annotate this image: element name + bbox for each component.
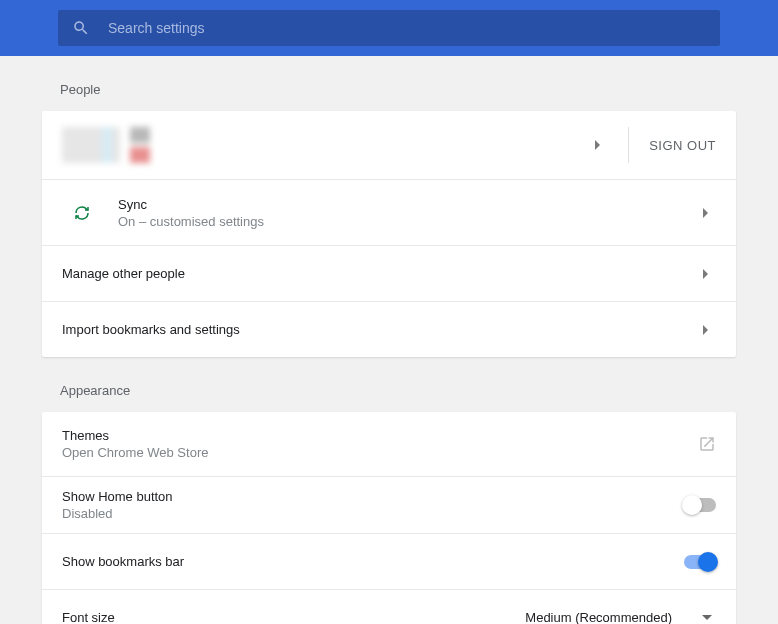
font-size-dropdown[interactable]: Medium (Recommended) [517,604,716,625]
chevron-right-icon [703,325,708,335]
search-input[interactable] [108,20,706,36]
profile-avatar-placeholder [62,127,150,163]
show-home-button-toggle[interactable] [684,498,716,512]
divider [628,127,629,163]
sign-out-button[interactable]: SIGN OUT [649,138,716,153]
appearance-section-header: Appearance [42,357,736,412]
show-bookmarks-bar-toggle[interactable] [684,555,716,569]
show-home-button-row: Show Home button Disabled [42,476,736,533]
search-settings-field[interactable] [58,10,720,46]
show-bookmarks-bar-row: Show bookmarks bar [42,533,736,589]
search-icon [72,19,90,37]
sync-row[interactable]: Sync On – customised settings [42,179,736,245]
appearance-card: Themes Open Chrome Web Store Show Home b… [42,412,736,624]
chevron-right-icon [703,269,708,279]
font-size-title: Font size [62,610,517,624]
manage-other-people-row[interactable]: Manage other people [42,245,736,301]
chevron-right-icon [595,140,600,150]
manage-other-people-label: Manage other people [62,266,695,281]
chevron-right-icon [703,208,708,218]
show-home-button-title: Show Home button [62,489,684,504]
header-bar [0,0,778,56]
themes-subtitle: Open Chrome Web Store [62,445,698,460]
profile-row[interactable]: SIGN OUT [42,111,736,179]
people-section-header: People [42,56,736,111]
people-card: SIGN OUT Sync On – customised settings M… [42,111,736,357]
sync-icon [73,204,91,222]
import-bookmarks-label: Import bookmarks and settings [62,322,695,337]
themes-row[interactable]: Themes Open Chrome Web Store [42,412,736,476]
open-external-icon [698,435,716,453]
font-size-value: Medium (Recommended) [525,610,672,625]
font-size-row: Font size Medium (Recommended) [42,589,736,624]
show-home-button-subtitle: Disabled [62,506,684,521]
themes-title: Themes [62,428,698,443]
sync-subtitle: On – customised settings [118,214,695,229]
import-bookmarks-row[interactable]: Import bookmarks and settings [42,301,736,357]
settings-content: People SIGN OUT [0,56,778,624]
chevron-down-icon [702,615,712,620]
show-bookmarks-bar-title: Show bookmarks bar [62,554,684,569]
sync-title: Sync [118,197,695,212]
